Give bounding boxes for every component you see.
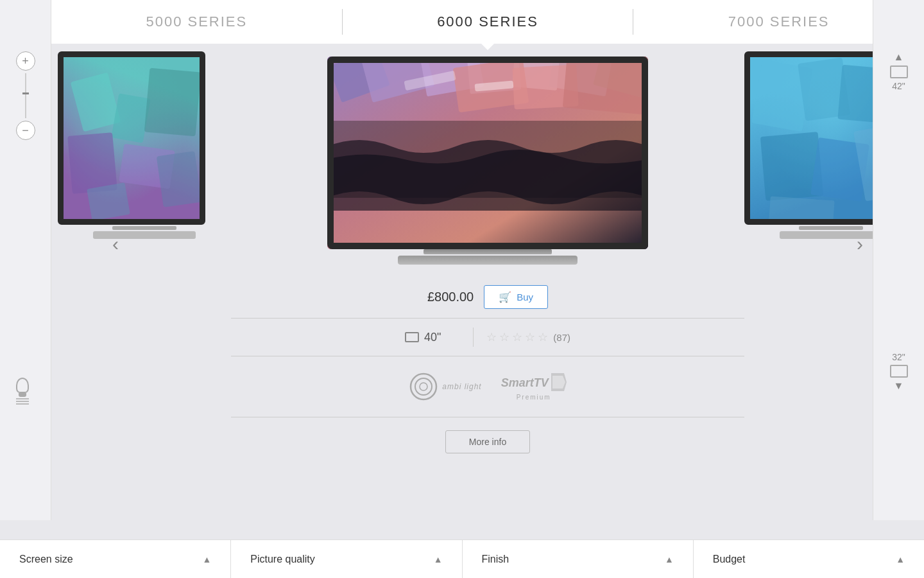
filter-screen-size[interactable]: Screen size ▲ (0, 540, 231, 578)
size-bottom-label: 32" (892, 352, 905, 362)
ambilight-icon (409, 372, 438, 401)
svg-point-23 (420, 383, 427, 390)
cart-icon: 🛒 (499, 291, 511, 303)
ambilight-svg (409, 372, 438, 401)
filter-budget[interactable]: Budget ▲ (694, 540, 924, 578)
bulb-icon (16, 378, 29, 393)
series-tabs: 5000 SERIES 6000 SERIES 7000 SERIES (51, 0, 924, 44)
top-size-nav: ▲ 42" (890, 51, 908, 91)
tv-main-wrapper (327, 57, 648, 249)
product-area: £800.00 🛒 Buy 40" ☆ ☆ ☆ ☆ ☆ (231, 44, 744, 539)
size-icon-top (890, 66, 908, 78)
size-top-label: 42" (892, 81, 905, 91)
tv-right-art (750, 57, 892, 225)
svg-rect-4 (87, 182, 130, 221)
smarttv-wrapper: SmartTV (501, 373, 567, 394)
smarttv-logo: SmartTV Premium (501, 373, 567, 401)
light-icon (16, 378, 29, 405)
tab-5000[interactable]: 5000 SERIES (51, 0, 342, 44)
filter-picture-quality[interactable]: Picture quality ▲ (231, 540, 462, 578)
zoom-out-button[interactable]: − (16, 121, 35, 140)
product-price: £800.00 (427, 290, 474, 304)
tv-main-stand (424, 249, 552, 254)
nav-next-button[interactable]: › (847, 225, 873, 263)
tab-6000[interactable]: 6000 SERIES (343, 0, 633, 44)
filter-budget-chevron: ▲ (896, 554, 905, 565)
filter-bar: Screen size ▲ Picture quality ▲ Finish ▲… (0, 539, 924, 578)
tv-main-base (398, 256, 578, 265)
light-bars (16, 398, 29, 405)
star-5: ☆ (538, 331, 549, 343)
size-down-button[interactable]: ▼ (894, 380, 904, 392)
tv-left-screen (58, 51, 205, 225)
svg-rect-5 (144, 68, 201, 137)
smarttv-premium-text: Premium (517, 394, 551, 401)
svg-rect-32 (768, 197, 834, 225)
tv-left[interactable] (51, 51, 237, 240)
zoom-in-icon: + (22, 55, 29, 68)
zoom-control: + − (16, 51, 35, 140)
star-3: ☆ (512, 331, 524, 343)
tv-right-screen (744, 51, 892, 225)
svg-point-22 (415, 378, 432, 395)
tv-main-bezel (327, 57, 648, 249)
svg-rect-0 (71, 73, 121, 132)
filter-picture-quality-label: Picture quality (250, 554, 315, 565)
more-info-button[interactable]: More info (445, 430, 530, 453)
bottom-size-nav: 32" ▼ (890, 352, 908, 392)
price-buy-row: £800.00 🛒 Buy (427, 285, 548, 309)
screen-size-icon (405, 332, 419, 342)
svg-rect-1 (111, 93, 150, 143)
divider-3 (231, 417, 744, 417)
filter-budget-label: Budget (713, 554, 746, 565)
rating-block: ☆ ☆ ☆ ☆ ☆ (87) (486, 331, 570, 343)
zoom-track (25, 73, 26, 118)
screen-size-value: 40" (424, 331, 441, 344)
size-rating-row: 40" ☆ ☆ ☆ ☆ ☆ (87) (231, 328, 744, 347)
zoom-handle (22, 92, 29, 94)
vert-divider (473, 328, 474, 347)
divider-1 (231, 318, 744, 319)
filter-finish-chevron: ▲ (665, 554, 674, 565)
right-sidebar: ▲ 42" 32" ▼ (873, 0, 924, 520)
buy-button[interactable]: 🛒 Buy (484, 285, 548, 309)
filter-screen-size-label: Screen size (19, 554, 73, 565)
smarttv-flag (551, 373, 567, 394)
svg-rect-2 (67, 132, 117, 194)
filter-finish-label: Finish (482, 554, 509, 565)
smarttv-text: SmartTV (501, 376, 549, 390)
smarttv-flag-icon (551, 373, 567, 391)
filter-finish[interactable]: Finish ▲ (463, 540, 694, 578)
zoom-out-icon: − (22, 124, 29, 137)
size-icon-bottom (890, 365, 908, 378)
star-2: ☆ (499, 331, 511, 343)
tv-main (327, 57, 648, 275)
nav-prev-button[interactable]: ‹ (103, 225, 128, 263)
svg-rect-6 (157, 151, 202, 207)
left-sidebar: + − (0, 0, 51, 520)
size-block: 40" (405, 331, 460, 344)
features-row: ambi light SmartTV Premium (409, 365, 566, 408)
stars: ☆ ☆ ☆ ☆ ☆ (486, 331, 549, 343)
ambilight-logo: ambi light (409, 372, 481, 401)
divider-2 (231, 356, 744, 356)
star-4: ☆ (525, 331, 536, 343)
zoom-in-button[interactable]: + (16, 51, 35, 71)
tv-left-art (64, 57, 205, 225)
ambilight-text: ambi light (442, 382, 481, 391)
filter-screen-size-chevron: ▲ (202, 554, 211, 565)
main-area: 5000 SERIES 6000 SERIES 7000 SERIES (51, 0, 924, 539)
filter-picture-quality-chevron: ▲ (434, 554, 443, 565)
svg-marker-25 (552, 376, 565, 389)
star-1: ☆ (486, 331, 498, 343)
review-count: (87) (553, 332, 570, 343)
size-up-button[interactable]: ▲ (894, 51, 904, 63)
